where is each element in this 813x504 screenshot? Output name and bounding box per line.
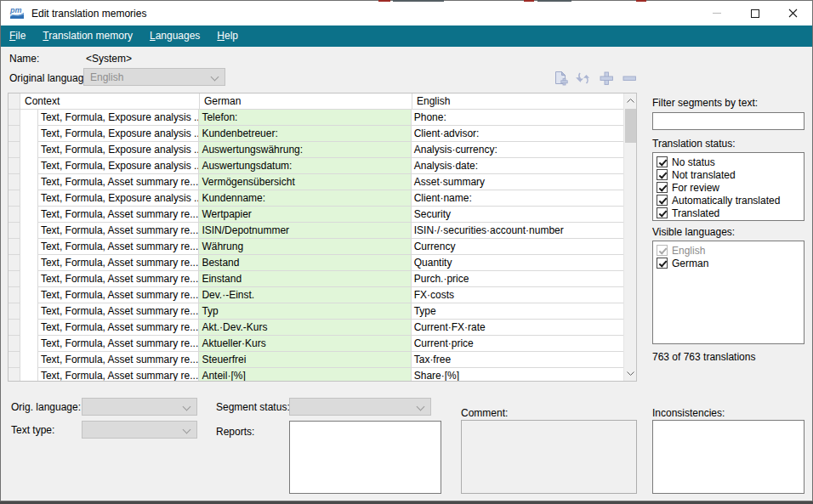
table-row[interactable]: Text, Formula, Asset summary re... Wertp… — [9, 207, 623, 223]
german-cell[interactable]: Vermögensübersicht — [199, 174, 411, 190]
table-row[interactable]: Text, Formula, Asset summary re... Vermö… — [9, 174, 623, 190]
german-cell[interactable]: Kundenname: — [199, 190, 411, 207]
context-cell[interactable]: Text, Formula, Exposure analysis ... — [38, 142, 199, 158]
context-cell[interactable]: Text, Formula, Exposure analysis ... — [38, 126, 199, 142]
menu-item[interactable]: File — [1, 25, 34, 47]
context-cell[interactable]: Text, Formula, Asset summary re... — [38, 271, 199, 287]
table-row[interactable]: Text, Formula, Asset summary re... Steue… — [9, 352, 623, 368]
reports-list[interactable] — [289, 421, 441, 494]
row-header-cell[interactable] — [9, 352, 20, 368]
german-cell[interactable]: ISIN/Depotnummer — [199, 223, 411, 239]
english-cell[interactable]: Current·price — [412, 336, 623, 352]
row-header-cell[interactable] — [9, 320, 20, 336]
status-checkbox-item[interactable]: Automatically translated — [657, 194, 804, 207]
english-cell[interactable]: Currency — [412, 239, 623, 255]
german-cell[interactable]: Einstand — [199, 271, 411, 287]
table-row[interactable]: Text, Formula, Asset summary re... Dev.·… — [9, 287, 623, 303]
context-cell[interactable]: Text, Formula, Asset summary re... — [38, 287, 199, 303]
table-row[interactable]: Text, Formula, Asset summary re... Besta… — [9, 255, 623, 271]
status-checkbox-item[interactable]: No status — [657, 156, 804, 168]
table-row[interactable]: Text, Formula, Exposure analysis ... Kun… — [9, 126, 623, 142]
row-header-cell[interactable] — [9, 174, 20, 190]
english-cell[interactable]: Asset·summary — [412, 174, 623, 190]
context-cell[interactable]: Text, Formula, Exposure analysis ... — [38, 190, 199, 207]
english-cell[interactable]: Type — [412, 303, 623, 320]
row-header-cell[interactable] — [9, 271, 20, 287]
context-cell[interactable]: Text, Formula, Asset summary re... — [38, 303, 199, 320]
context-cell[interactable]: Text, Formula, Exposure analysis ... — [38, 110, 199, 126]
context-cell[interactable]: Text, Formula, Asset summary re... — [38, 336, 199, 352]
row-header-cell[interactable] — [9, 158, 20, 174]
menu-item[interactable]: Languages — [141, 25, 208, 47]
table-row[interactable]: Text, Formula, Exposure analysis ... Aus… — [9, 142, 623, 158]
german-cell[interactable]: Steuerfrei — [199, 352, 411, 368]
column-header-english[interactable]: English — [412, 93, 625, 109]
language-checkbox-item[interactable]: German — [657, 257, 804, 269]
row-header-cell[interactable] — [9, 223, 20, 239]
language-checkbox-item[interactable]: English — [657, 244, 804, 257]
row-header-cell[interactable] — [9, 303, 20, 320]
status-checkbox-item[interactable]: Translated — [657, 207, 804, 219]
menu-item[interactable]: Help — [208, 25, 247, 47]
context-cell[interactable]: Text, Formula, Asset summary re... — [38, 368, 199, 381]
row-header-cell[interactable] — [9, 207, 20, 223]
english-cell[interactable]: Security — [412, 207, 623, 223]
table-row[interactable]: Text, Formula, Exposure analysis ... Aus… — [9, 158, 623, 174]
context-cell[interactable]: Text, Formula, Asset summary re... — [38, 223, 199, 239]
english-cell[interactable]: ISIN·/·securities·account·number — [412, 223, 623, 239]
row-header-cell[interactable] — [9, 336, 20, 352]
row-header-cell[interactable] — [9, 190, 20, 207]
english-cell[interactable]: FX·costs — [412, 287, 623, 303]
table-row[interactable]: Text, Formula, Asset summary re... ISIN/… — [9, 223, 623, 239]
table-row[interactable]: Text, Formula, Exposure analysis ... Tel… — [9, 110, 623, 126]
german-cell[interactable]: Kundenbetreuer: — [199, 126, 411, 142]
english-cell[interactable]: Client·name: — [412, 190, 623, 207]
row-header-cell[interactable] — [9, 287, 20, 303]
table-row[interactable]: Text, Formula, Exposure analysis ... Kun… — [9, 190, 623, 207]
german-cell[interactable]: Anteil·[%] — [199, 368, 411, 381]
english-cell[interactable]: Analysis·date: — [412, 158, 623, 174]
english-cell[interactable]: Current·FX·rate — [412, 320, 623, 336]
context-cell[interactable]: Text, Formula, Exposure analysis ... — [38, 158, 199, 174]
german-cell[interactable]: Telefon: — [199, 110, 411, 126]
german-cell[interactable]: Wertpapier — [199, 207, 411, 223]
table-row[interactable]: Text, Formula, Asset summary re... Typ T… — [9, 303, 623, 320]
close-button[interactable] — [774, 1, 812, 25]
english-cell[interactable]: Client·advisor: — [412, 126, 623, 142]
german-cell[interactable]: Auswertungswährung: — [199, 142, 411, 158]
german-cell[interactable]: Währung — [199, 239, 411, 255]
context-cell[interactable]: Text, Formula, Asset summary re... — [38, 320, 199, 336]
filter-input[interactable] — [652, 112, 804, 130]
row-header-cell[interactable] — [9, 239, 20, 255]
context-cell[interactable]: Text, Formula, Asset summary re... — [38, 255, 199, 271]
table-row[interactable]: Text, Formula, Asset summary re... Währu… — [9, 239, 623, 255]
german-cell[interactable]: Dev.·-Einst. — [199, 287, 411, 303]
table-row[interactable]: Text, Formula, Asset summary re... Einst… — [9, 271, 623, 287]
column-header-german[interactable]: German — [200, 93, 412, 109]
row-header-cell[interactable] — [9, 110, 20, 126]
row-header-cell[interactable] — [9, 255, 20, 271]
row-header-cell[interactable] — [9, 142, 20, 158]
german-cell[interactable]: Typ — [199, 303, 411, 320]
status-checkbox-item[interactable]: Not translated — [657, 168, 804, 181]
column-header-context[interactable]: Context — [20, 93, 200, 109]
context-cell[interactable]: Text, Formula, Asset summary re... — [38, 174, 199, 190]
context-cell[interactable]: Text, Formula, Asset summary re... — [38, 239, 199, 255]
context-cell[interactable]: Text, Formula, Asset summary re... — [38, 207, 199, 223]
scroll-up-button[interactable] — [624, 93, 637, 108]
inconsistencies-box[interactable] — [652, 420, 804, 494]
german-cell[interactable]: Bestand — [199, 255, 411, 271]
status-checkbox-item[interactable]: For review — [657, 181, 804, 194]
row-header-cell[interactable] — [9, 368, 20, 381]
english-cell[interactable]: Purch.·price — [412, 271, 623, 287]
english-cell[interactable]: Share·[%] — [412, 368, 623, 381]
row-header-cell[interactable] — [9, 126, 20, 142]
vertical-scrollbar[interactable] — [623, 93, 636, 381]
table-row[interactable]: Text, Formula, Asset summary re... Antei… — [9, 368, 623, 381]
context-cell[interactable]: Text, Formula, Asset summary re... — [38, 352, 199, 368]
german-cell[interactable]: Auswertungsdatum: — [199, 158, 411, 174]
menu-item[interactable]: Translation memory — [34, 25, 141, 47]
english-cell[interactable]: Quantity — [412, 255, 623, 271]
scroll-down-button[interactable] — [624, 366, 637, 381]
english-cell[interactable]: Tax·free — [412, 352, 623, 368]
